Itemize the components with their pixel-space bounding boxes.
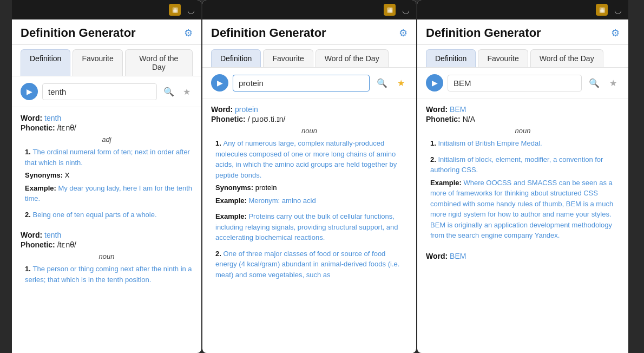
word-block-3-0: Word: BEM Phonetic: N/A noun 1. Initiali… <box>426 105 620 241</box>
speaker-button-2[interactable]: ▶ <box>211 74 228 91</box>
window-2: ▦ ◡ Definition Generator ⚙ Definition Fa… <box>202 0 416 353</box>
search-bar-3: ▶ 🔍 ★ <box>417 68 628 99</box>
tab-favourite-2[interactable]: Favourite <box>263 49 313 67</box>
word-block-2-0: Word: protein Phonetic: / pɹoʊ.ti.ɪn/ no… <box>211 105 408 280</box>
gear-icon-2[interactable]: ⚙ <box>399 27 408 39</box>
tabs-2: Definition Favourite Word of the Day <box>202 45 416 68</box>
pos-2-0: noun <box>211 127 408 135</box>
gear-icon-3[interactable]: ⚙ <box>611 27 620 39</box>
search-bar-1: ▶ 🔍 ★ <box>12 76 201 107</box>
word-block-1-0: Word: tenth Phonetic: /tɛnθ/ adj 1. The … <box>21 114 193 220</box>
gear-icon-1[interactable]: ⚙ <box>184 27 193 39</box>
word-label-2-0: Word: protein <box>211 105 408 114</box>
tab-definition-3[interactable]: Definition <box>426 49 476 67</box>
search-button-2[interactable]: 🔍 <box>374 75 390 91</box>
tab-definition-2[interactable]: Definition <box>211 49 261 67</box>
window-1: ▦ ◡ Definition Generator ⚙ Definition Fa… <box>12 0 201 353</box>
def-item-3-0-0: 1. Initialism of British Empire Medal. <box>430 138 620 149</box>
header-2: Definition Generator ⚙ <box>202 19 416 45</box>
puzzle-icon-2: ◡ <box>400 4 412 16</box>
tab-word-of-day-2[interactable]: Word of the Day <box>316 49 389 67</box>
content-1: Word: tenth Phonetic: /tɛnθ/ adj 1. The … <box>12 107 201 353</box>
tab-word-of-day-1[interactable]: Word of the Day <box>125 49 193 76</box>
definition-list-1-1: 1. The person or thing coming next after… <box>25 264 193 285</box>
pos-3-0: noun <box>426 127 620 135</box>
phonetic-1-0: Phonetic: /tɛnθ/ <box>21 123 193 132</box>
def-item-1-1-0: 1. The person or thing coming next after… <box>25 264 193 285</box>
extension-icon-2: ▦ <box>384 4 396 16</box>
word-label-3-0: Word: BEM <box>426 105 620 114</box>
word-label-3-1: Word: BEM <box>426 252 620 260</box>
speaker-button-3[interactable]: ▶ <box>426 74 443 91</box>
word-link-3-1[interactable]: BEM <box>450 252 466 260</box>
speaker-button-1[interactable]: ▶ <box>21 83 38 100</box>
search-button-1[interactable]: 🔍 <box>161 83 176 100</box>
title-bar-1: ▦ ◡ <box>12 0 201 19</box>
puzzle-icon-3: ◡ <box>612 4 624 16</box>
app-title-2: Definition Generator <box>211 26 326 40</box>
extension-icon-3: ▦ <box>596 4 608 16</box>
word-label-1-0: Word: tenth <box>21 114 193 122</box>
definition-list-2-0: 1. Any of numerous large, complex natura… <box>215 138 408 280</box>
word-link-3-0[interactable]: BEM <box>450 105 466 114</box>
word-label-1-1: Word: tenth <box>21 231 193 239</box>
tab-favourite-3[interactable]: Favourite <box>478 49 528 67</box>
header-1: Definition Generator ⚙ <box>12 19 201 45</box>
def-item-2-0-extra: Example: Proteins carry out the bulk of … <box>215 211 408 243</box>
phonetic-1-1: Phonetic: /tɛnθ/ <box>21 240 193 249</box>
def-item-3-0-1: 2. Initialism of block, element, modifie… <box>430 154 620 241</box>
search-bar-2: ▶ 🔍 ★ <box>202 68 416 99</box>
phonetic-2-0: Phonetic: / pɹoʊ.ti.ɪn/ <box>211 115 408 123</box>
tab-favourite-1[interactable]: Favourite <box>73 49 122 76</box>
favourite-button-2[interactable]: ★ <box>395 76 408 89</box>
title-bar-2: ▦ ◡ <box>202 0 416 19</box>
content-2: Word: protein Phonetic: / pɹoʊ.ti.ɪn/ no… <box>202 99 416 353</box>
favourite-button-1[interactable]: ★ <box>181 85 193 98</box>
app-title-1: Definition Generator <box>21 26 136 40</box>
pos-1-0: adj <box>21 135 193 143</box>
tabs-1: Definition Favourite Word of the Day <box>12 45 201 76</box>
pos-1-1: noun <box>21 252 193 260</box>
tab-word-of-day-3[interactable]: Word of the Day <box>530 49 603 67</box>
def-item-2-0-0: 1. Any of numerous large, complex natura… <box>215 138 408 206</box>
def-item-1-0-1: 2. Being one of ten equal parts of a who… <box>25 210 193 220</box>
favourite-button-3[interactable]: ★ <box>607 76 620 89</box>
word-link-1-0[interactable]: tenth <box>44 114 61 122</box>
definition-list-3-0: 1. Initialism of British Empire Medal. 2… <box>430 138 620 241</box>
puzzle-icon-1: ◡ <box>185 4 197 16</box>
title-bar-3: ▦ ◡ <box>417 0 628 19</box>
search-button-3[interactable]: 🔍 <box>586 75 602 91</box>
tabs-3: Definition Favourite Word of the Day <box>417 45 628 68</box>
header-3: Definition Generator ⚙ <box>417 19 628 45</box>
tab-definition-1[interactable]: Definition <box>21 49 70 76</box>
word-block-1-1: Word: tenth Phonetic: /tɛnθ/ noun 1. The… <box>21 231 193 285</box>
search-input-1[interactable] <box>42 83 157 100</box>
search-input-2[interactable] <box>233 75 370 91</box>
extension-icon-1: ▦ <box>169 4 181 16</box>
app-title-3: Definition Generator <box>426 26 541 40</box>
definition-list-1-0: 1. The ordinal numeral form of ten; next… <box>25 147 193 220</box>
phonetic-3-0: Phonetic: N/A <box>426 115 620 123</box>
word-link-2-0[interactable]: protein <box>235 105 258 114</box>
word-link-1-1[interactable]: tenth <box>44 231 61 239</box>
window-3: ▦ ◡ Definition Generator ⚙ Definition Fa… <box>417 0 628 353</box>
word-block-3-1: Word: BEM <box>426 252 620 260</box>
def-item-1-0-0: 1. The ordinal numeral form of ten; next… <box>25 147 193 204</box>
def-item-2-0-1: 2. One of three major classes of food or… <box>215 249 408 280</box>
search-input-3[interactable] <box>448 75 582 91</box>
content-3: Word: BEM Phonetic: N/A noun 1. Initiali… <box>417 99 628 353</box>
